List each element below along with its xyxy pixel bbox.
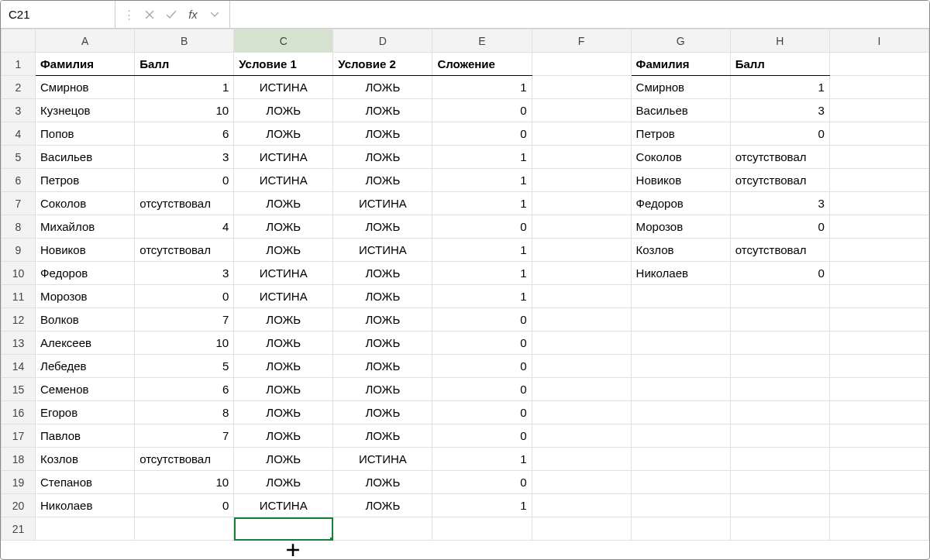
cell-C8[interactable]: ЛОЖЬ bbox=[234, 215, 333, 239]
row-header-2[interactable]: 2 bbox=[2, 76, 36, 99]
cell-D18[interactable]: ИСТИНА bbox=[333, 448, 432, 471]
cell-B1[interactable]: Балл bbox=[135, 53, 234, 76]
cell-D19[interactable]: ЛОЖЬ bbox=[333, 471, 432, 494]
cell-F1[interactable] bbox=[532, 53, 631, 76]
cell-I18[interactable] bbox=[829, 448, 928, 471]
cell-F20[interactable] bbox=[532, 494, 631, 517]
cell-F13[interactable] bbox=[532, 332, 631, 355]
cell-I1[interactable] bbox=[829, 53, 928, 76]
cell-G9[interactable]: Козлов bbox=[631, 239, 730, 262]
cell-G5[interactable]: Соколов bbox=[631, 146, 730, 169]
cell-F11[interactable] bbox=[532, 285, 631, 308]
cell-H6[interactable]: отсутствовал bbox=[730, 169, 829, 192]
cell-B14[interactable]: 5 bbox=[135, 355, 234, 378]
cell-B18[interactable]: отсутствовал bbox=[135, 448, 234, 471]
cell-F5[interactable] bbox=[532, 146, 631, 169]
cell-B2[interactable]: 1 bbox=[135, 76, 234, 99]
cell-I15[interactable] bbox=[829, 378, 928, 401]
cell-D7[interactable]: ИСТИНА bbox=[333, 192, 432, 215]
cell-H15[interactable] bbox=[730, 378, 829, 401]
col-header-I[interactable]: I bbox=[829, 29, 928, 53]
cell-I14[interactable] bbox=[829, 355, 928, 378]
cell-H5[interactable]: отсутствовал bbox=[730, 146, 829, 169]
cell-A19[interactable]: Степанов bbox=[36, 471, 135, 494]
row-header-4[interactable]: 4 bbox=[2, 122, 36, 146]
cell-B21[interactable] bbox=[135, 517, 234, 541]
cell-H7[interactable]: 3 bbox=[730, 192, 829, 215]
cell-H19[interactable] bbox=[730, 471, 829, 494]
cell-E16[interactable]: 0 bbox=[432, 401, 532, 424]
cell-B17[interactable]: 7 bbox=[135, 424, 234, 448]
cell-A4[interactable]: Попов bbox=[36, 122, 135, 146]
cell-E20[interactable]: 1 bbox=[432, 494, 532, 517]
cell-H20[interactable] bbox=[730, 494, 829, 517]
cell-I8[interactable] bbox=[829, 215, 928, 239]
row-header-5[interactable]: 5 bbox=[2, 146, 36, 169]
cell-E14[interactable]: 0 bbox=[432, 355, 532, 378]
cell-C9[interactable]: ЛОЖЬ bbox=[234, 239, 333, 262]
cell-C7[interactable]: ЛОЖЬ bbox=[234, 192, 333, 215]
cell-E10[interactable]: 1 bbox=[432, 262, 532, 285]
cell-C3[interactable]: ЛОЖЬ bbox=[234, 99, 333, 122]
cell-B7[interactable]: отсутствовал bbox=[135, 192, 234, 215]
cell-F18[interactable] bbox=[532, 448, 631, 471]
cell-G16[interactable] bbox=[631, 401, 730, 424]
cell-B13[interactable]: 10 bbox=[135, 332, 234, 355]
cell-H3[interactable]: 3 bbox=[730, 99, 829, 122]
cell-B4[interactable]: 6 bbox=[135, 122, 234, 146]
cell-A12[interactable]: Волков bbox=[36, 308, 135, 332]
cell-D10[interactable]: ЛОЖЬ bbox=[333, 262, 432, 285]
cell-B10[interactable]: 3 bbox=[135, 262, 234, 285]
cell-B15[interactable]: 6 bbox=[135, 378, 234, 401]
row-header-15[interactable]: 15 bbox=[2, 378, 36, 401]
cell-G4[interactable]: Петров bbox=[631, 122, 730, 146]
row-header-8[interactable]: 8 bbox=[2, 215, 36, 239]
cell-I13[interactable] bbox=[829, 332, 928, 355]
cell-H14[interactable] bbox=[730, 355, 829, 378]
cell-I9[interactable] bbox=[829, 239, 928, 262]
cell-H1[interactable]: Балл bbox=[730, 53, 829, 76]
cell-F7[interactable] bbox=[532, 192, 631, 215]
cell-A8[interactable]: Михайлов bbox=[36, 215, 135, 239]
cell-F4[interactable] bbox=[532, 122, 631, 146]
cell-D21[interactable] bbox=[333, 517, 432, 541]
cell-G18[interactable] bbox=[631, 448, 730, 471]
cell-I6[interactable] bbox=[829, 169, 928, 192]
cell-A7[interactable]: Соколов bbox=[36, 192, 135, 215]
cell-A18[interactable]: Козлов bbox=[36, 448, 135, 471]
cell-E9[interactable]: 1 bbox=[432, 239, 532, 262]
cell-H9[interactable]: отсутствовал bbox=[730, 239, 829, 262]
cell-A6[interactable]: Петров bbox=[36, 169, 135, 192]
cell-F10[interactable] bbox=[532, 262, 631, 285]
cell-I10[interactable] bbox=[829, 262, 928, 285]
cell-B12[interactable]: 7 bbox=[135, 308, 234, 332]
cell-I2[interactable] bbox=[829, 76, 928, 99]
cell-A5[interactable]: Васильев bbox=[36, 146, 135, 169]
cell-A11[interactable]: Морозов bbox=[36, 285, 135, 308]
cell-I7[interactable] bbox=[829, 192, 928, 215]
cell-G14[interactable] bbox=[631, 355, 730, 378]
cell-C6[interactable]: ИСТИНА bbox=[234, 169, 333, 192]
cell-F19[interactable] bbox=[532, 471, 631, 494]
cell-D6[interactable]: ЛОЖЬ bbox=[333, 169, 432, 192]
cell-H18[interactable] bbox=[730, 448, 829, 471]
col-header-F[interactable]: F bbox=[532, 29, 631, 53]
cell-B3[interactable]: 10 bbox=[135, 99, 234, 122]
cell-E15[interactable]: 0 bbox=[432, 378, 532, 401]
cell-F15[interactable] bbox=[532, 378, 631, 401]
row-header-6[interactable]: 6 bbox=[2, 169, 36, 192]
row-header-16[interactable]: 16 bbox=[2, 401, 36, 424]
cell-E13[interactable]: 0 bbox=[432, 332, 532, 355]
cell-G13[interactable] bbox=[631, 332, 730, 355]
row-header-10[interactable]: 10 bbox=[2, 262, 36, 285]
cell-A9[interactable]: Новиков bbox=[36, 239, 135, 262]
cell-F3[interactable] bbox=[532, 99, 631, 122]
cell-F17[interactable] bbox=[532, 424, 631, 448]
cell-D9[interactable]: ИСТИНА bbox=[333, 239, 432, 262]
confirm-icon[interactable] bbox=[164, 10, 178, 19]
cell-E8[interactable]: 0 bbox=[432, 215, 532, 239]
cell-C14[interactable]: ЛОЖЬ bbox=[234, 355, 333, 378]
cancel-icon[interactable] bbox=[143, 10, 157, 19]
cell-D8[interactable]: ЛОЖЬ bbox=[333, 215, 432, 239]
cell-F8[interactable] bbox=[532, 215, 631, 239]
